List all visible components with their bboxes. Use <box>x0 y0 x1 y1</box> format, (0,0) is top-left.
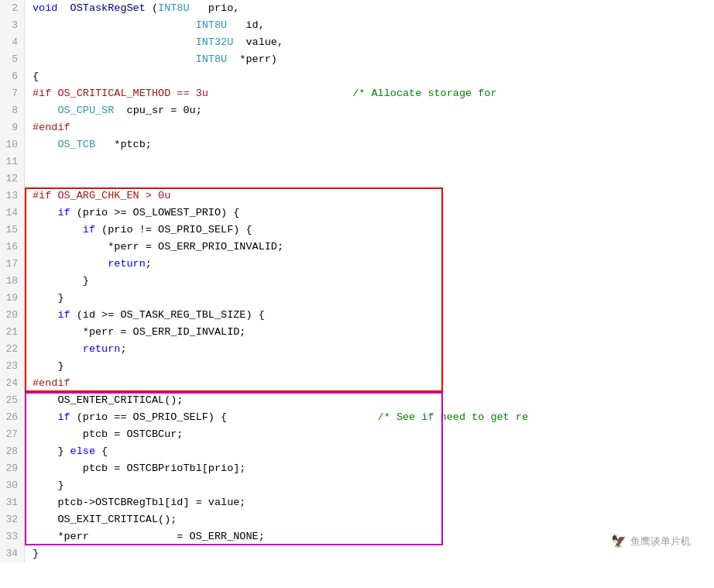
line-number: 23 <box>0 358 25 375</box>
code-line: 27 ptcb = OSTCBCur; <box>0 426 714 443</box>
line-number: 32 <box>0 511 25 528</box>
watermark: 🦅鱼鹰谈单片机 <box>611 534 691 548</box>
line-number: 2 <box>0 0 25 17</box>
code-line: 23 } <box>0 358 714 375</box>
line-content: *perr = OS_ERR_ID_INVALID; <box>25 324 714 341</box>
line-content: OS_ENTER_CRITICAL(); <box>25 392 714 409</box>
code-line: 15 if (prio != OS_PRIO_SELF) { <box>0 222 714 239</box>
code-line: 6{ <box>0 68 714 85</box>
code-line: 13#if OS_ARG_CHK_EN > 0u <box>0 187 714 205</box>
code-line: 18 } <box>0 273 714 290</box>
code-line: 20 if (id >= OS_TASK_REG_TBL_SIZE) { <box>0 307 714 324</box>
code-line: 11 <box>0 153 714 170</box>
line-number: 19 <box>0 290 25 307</box>
line-content: INT8U *perr) <box>25 51 714 68</box>
line-number: 8 <box>0 102 25 119</box>
line-number: 4 <box>0 34 25 51</box>
code-line: 5 INT8U *perr) <box>0 51 714 68</box>
line-number: 10 <box>0 136 25 153</box>
code-line: 19 } <box>0 290 714 307</box>
line-number: 14 <box>0 205 25 222</box>
line-number: 7 <box>0 85 25 102</box>
line-number: 20 <box>0 307 25 324</box>
line-content: #endif <box>25 375 714 392</box>
line-content: if (prio >= OS_LOWEST_PRIO) { <box>25 205 714 222</box>
line-number: 17 <box>0 256 25 273</box>
line-content: OS_EXIT_CRITICAL(); <box>25 511 714 528</box>
code-line: 32 OS_EXIT_CRITICAL(); <box>0 511 714 528</box>
line-content: ptcb = OSTCBPrioTbl[prio]; <box>25 460 714 477</box>
line-number: 5 <box>0 51 25 68</box>
code-line: 2void OSTaskRegSet (INT8U prio, <box>0 0 714 17</box>
code-line: 12 <box>0 170 714 187</box>
code-line: 9#endif <box>0 119 714 136</box>
line-content: if (prio == OS_PRIO_SELF) { /* See if ne… <box>25 409 714 426</box>
line-content: #if OS_CRITICAL_METHOD == 3u /* Allocate… <box>25 85 714 102</box>
line-content: OS_CPU_SR cpu_sr = 0u; <box>25 102 714 119</box>
line-content: INT8U id, <box>25 17 714 34</box>
code-line: 14 if (prio >= OS_LOWEST_PRIO) { <box>0 205 714 222</box>
line-content: OS_TCB *ptcb; <box>25 136 714 153</box>
code-line: 31 ptcb->OSTCBRegTbl[id] = value; <box>0 494 714 511</box>
watermark-text: 鱼鹰谈单片机 <box>630 535 691 548</box>
line-content: if (id >= OS_TASK_REG_TBL_SIZE) { <box>25 307 714 324</box>
watermark-icon: 🦅 <box>611 534 626 548</box>
line-content: { <box>25 68 714 85</box>
line-number: 3 <box>0 17 25 34</box>
line-number: 26 <box>0 409 25 426</box>
code-line: 34} <box>0 545 714 562</box>
code-line: 21 *perr = OS_ERR_ID_INVALID; <box>0 324 714 341</box>
line-content: void OSTaskRegSet (INT8U prio, <box>25 0 714 17</box>
code-line: 16 *perr = OS_ERR_PRIO_INVALID; <box>0 239 714 256</box>
line-content: *perr = OS_ERR_PRIO_INVALID; <box>25 239 714 256</box>
line-content: } <box>25 273 714 290</box>
line-number: 9 <box>0 119 25 136</box>
line-number: 30 <box>0 477 25 494</box>
line-number: 34 <box>0 545 25 562</box>
line-number: 33 <box>0 528 25 545</box>
line-number: 24 <box>0 375 25 392</box>
line-number: 29 <box>0 460 25 477</box>
line-number: 11 <box>0 153 25 170</box>
code-line: 7#if OS_CRITICAL_METHOD == 3u /* Allocat… <box>0 85 714 102</box>
line-number: 27 <box>0 426 25 443</box>
line-number: 25 <box>0 392 25 409</box>
code-line: 25 OS_ENTER_CRITICAL(); <box>0 392 714 409</box>
line-number: 16 <box>0 239 25 256</box>
code-line: 29 ptcb = OSTCBPrioTbl[prio]; <box>0 460 714 477</box>
code-line: 22 return; <box>0 341 714 358</box>
line-content: if (prio != OS_PRIO_SELF) { <box>25 222 714 239</box>
line-content: } <box>25 477 714 494</box>
code-line: 28 } else { <box>0 443 714 460</box>
line-content: ptcb->OSTCBRegTbl[id] = value; <box>25 494 714 511</box>
line-content: } <box>25 358 714 375</box>
line-content: } <box>25 290 714 307</box>
line-content: INT32U value, <box>25 34 714 51</box>
code-line: 33 *perr = OS_ERR_NONE; <box>0 528 714 545</box>
line-content: return; <box>25 341 714 358</box>
code-line: 30 } <box>0 477 714 494</box>
line-number: 13 <box>0 187 25 205</box>
code-line: 24#endif <box>0 375 714 392</box>
line-number: 31 <box>0 494 25 511</box>
code-line: 17 return; <box>0 256 714 273</box>
line-number: 28 <box>0 443 25 460</box>
line-content: } else { <box>25 443 714 460</box>
code-line: 26 if (prio == OS_PRIO_SELF) { /* See if… <box>0 409 714 426</box>
code-line: 10 OS_TCB *ptcb; <box>0 136 714 153</box>
code-line: 3 INT8U id, <box>0 17 714 34</box>
line-number: 12 <box>0 170 25 187</box>
line-number: 21 <box>0 324 25 341</box>
line-number: 15 <box>0 222 25 239</box>
code-line: 8 OS_CPU_SR cpu_sr = 0u; <box>0 102 714 119</box>
code-line: 4 INT32U value, <box>0 34 714 51</box>
line-content: return; <box>25 256 714 273</box>
line-number: 22 <box>0 341 25 358</box>
code-container: 2void OSTaskRegSet (INT8U prio,3 INT8U i… <box>0 0 714 562</box>
line-content: ptcb = OSTCBCur; <box>25 426 714 443</box>
line-number: 6 <box>0 68 25 85</box>
line-content: #endif <box>25 119 714 136</box>
line-number: 18 <box>0 273 25 290</box>
line-content: #if OS_ARG_CHK_EN > 0u <box>25 187 714 205</box>
